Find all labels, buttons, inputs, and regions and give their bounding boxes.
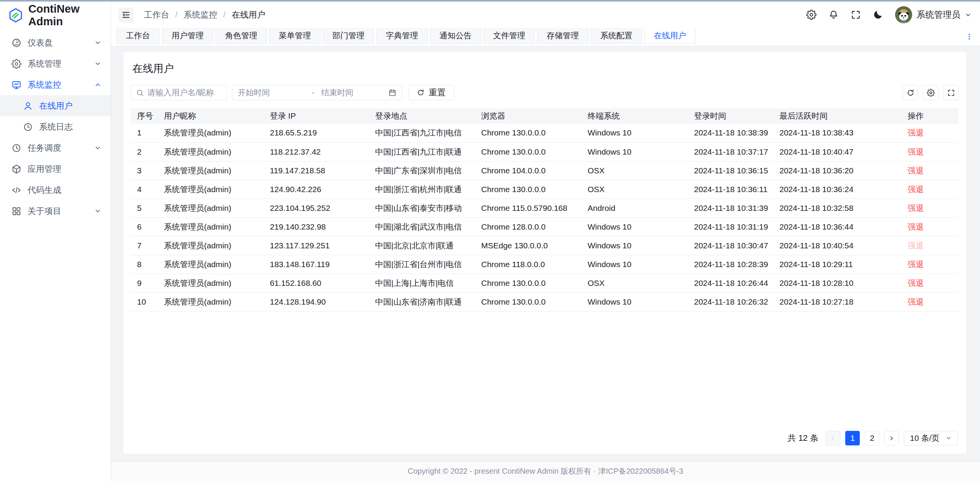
table-header-row: 序号 用户昵称 登录 IP 登录地点 浏览器 终端 (131, 108, 959, 124)
cell-index: 8 (131, 255, 158, 274)
cell-last-active-time: 2024-11-18 10:38:43 (773, 124, 902, 142)
fullscreen-icon (947, 89, 955, 97)
cell-login-time: 2024-11-18 10:30:47 (688, 236, 773, 255)
fullscreen-icon[interactable] (851, 10, 861, 20)
bell-icon[interactable] (828, 10, 839, 20)
sidebar-item-app-management[interactable]: 应用管理 (0, 158, 111, 179)
cell-nickname: 系统管理员(admin) (158, 161, 264, 180)
column-header: 操作 (902, 108, 959, 124)
force-logout-link[interactable]: 强退 (908, 260, 924, 269)
breadcrumb-item[interactable]: 工作台 (144, 9, 169, 21)
tab[interactable]: 通知公告 (430, 28, 481, 44)
sidebar-item-code-generation[interactable]: 代码生成 (0, 179, 111, 201)
date-range-separator: - (312, 88, 314, 97)
start-date-field[interactable]: 开始时间 (238, 87, 305, 98)
sidebar: ContiNew Admin 仪表盘 系统管理 系统监控 在线用户 (0, 2, 111, 481)
chevron-down-icon (94, 144, 101, 152)
history-icon (23, 122, 33, 132)
cell-ip: 219.140.232.98 (264, 217, 369, 236)
tab[interactable]: 文件管理 (483, 28, 535, 44)
tab[interactable]: 在线用户 (644, 28, 696, 44)
column-header: 最后活跃时间 (773, 108, 902, 124)
force-logout-link[interactable]: 强退 (908, 222, 924, 231)
force-logout-link[interactable]: 强退 (908, 128, 924, 137)
tab[interactable]: 存储管理 (537, 28, 588, 44)
force-logout-link[interactable]: 强退 (908, 147, 924, 156)
cell-login-time: 2024-11-18 10:37:17 (688, 142, 773, 161)
date-range-picker[interactable]: 开始时间 - 结束时间 (232, 85, 402, 100)
table-row: 8 系统管理员(admin) 183.148.167.119 中国|浙江省|台州… (131, 255, 959, 274)
chevron-down-icon (946, 435, 952, 441)
sidebar-item-system-monitor[interactable]: 系统监控 (0, 74, 111, 95)
cell-login-time: 2024-11-18 10:31:39 (688, 199, 773, 217)
sidebar-item-system-logs[interactable]: 系统日志 (0, 116, 111, 137)
table-fullscreen-button[interactable] (943, 85, 959, 100)
app-title: ContiNew Admin (28, 3, 111, 28)
force-logout-link[interactable]: 强退 (908, 166, 924, 175)
page-button-1[interactable]: 1 (845, 431, 860, 445)
table-row: 2 系统管理员(admin) 118.212.37.42 中国|江西省|九江市|… (131, 142, 959, 161)
breadcrumb-separator: / (224, 10, 226, 19)
prev-page-button[interactable] (826, 431, 840, 445)
column-header: 浏览器 (475, 108, 581, 124)
apps-grid-icon (11, 206, 21, 216)
column-settings-button[interactable] (923, 85, 938, 100)
tab[interactable]: 系统配置 (591, 28, 642, 44)
force-logout-link[interactable]: 强退 (908, 204, 924, 212)
table-row: 4 系统管理员(admin) 124.90.42.226 中国|浙江省|杭州市|… (131, 180, 959, 199)
page-size-select[interactable]: 10 条/页 (904, 431, 958, 445)
cell-os: OSX (581, 180, 688, 199)
page-button-2[interactable]: 2 (865, 431, 879, 445)
cell-last-active-time: 2024-11-18 10:36:24 (773, 180, 902, 199)
sidebar-menu: 仪表盘 系统管理 系统监控 在线用户 系统日志 (0, 29, 111, 222)
user-menu[interactable]: 系统管理员 (895, 6, 972, 23)
force-logout-link[interactable]: 强退 (908, 241, 924, 250)
sidebar-item-task-scheduler[interactable]: 任务调度 (0, 137, 111, 158)
sidebar-item-online-users[interactable]: 在线用户 (0, 95, 111, 116)
app-logo[interactable]: ContiNew Admin (0, 2, 111, 29)
cell-login-time: 2024-11-18 10:26:44 (688, 274, 773, 292)
tab[interactable]: 字典管理 (376, 28, 428, 44)
sidebar-item-about-project[interactable]: 关于项目 (0, 201, 111, 222)
tab[interactable]: 部门管理 (323, 28, 374, 44)
cell-login-time: 2024-11-18 10:36:11 (688, 180, 773, 199)
cell-os: OSX (581, 274, 688, 292)
tab[interactable]: 用户管理 (162, 28, 213, 44)
code-icon (11, 185, 21, 195)
next-page-button[interactable] (884, 431, 899, 445)
force-logout-link[interactable]: 强退 (908, 297, 924, 306)
search-icon (136, 89, 144, 97)
sidebar-item-dashboard[interactable]: 仪表盘 (0, 32, 111, 53)
cell-last-active-time: 2024-11-18 10:40:54 (773, 236, 902, 255)
tab-bar: 工作台 用户管理 角色管理 菜单管理 部门管理 字典管理 通知公告 文件管理 存… (111, 28, 980, 46)
cell-os: Windows 10 (581, 255, 688, 274)
cell-browser: Chrome 130.0.0.0 (475, 142, 581, 161)
force-logout-link[interactable]: 强退 (908, 279, 924, 287)
refresh-table-button[interactable] (903, 85, 918, 100)
tab[interactable]: 菜单管理 (269, 28, 320, 44)
search-input[interactable] (147, 88, 222, 97)
tab[interactable]: 工作台 (116, 28, 160, 44)
gear-icon (927, 89, 935, 97)
cell-index: 7 (131, 236, 158, 255)
end-date-field[interactable]: 结束时间 (321, 87, 388, 98)
force-logout-link[interactable]: 强退 (908, 185, 924, 194)
settings-icon[interactable] (806, 10, 817, 20)
sidebar-collapse-button[interactable] (119, 8, 133, 22)
pagination-total: 共 12 条 (787, 432, 818, 444)
sidebar-item-system-management[interactable]: 系统管理 (0, 53, 111, 74)
tab[interactable]: 角色管理 (216, 28, 267, 44)
calendar-icon (388, 88, 397, 97)
cell-ip: 123.117.129.251 (264, 236, 369, 255)
reset-button[interactable]: 重置 (408, 85, 454, 100)
cell-login-time: 2024-11-18 10:38:39 (688, 124, 773, 142)
cell-ip: 223.104.195.252 (264, 199, 369, 217)
breadcrumb-item[interactable]: 系统监控 (184, 9, 217, 21)
tab-actions-menu-icon[interactable] (965, 33, 973, 41)
breadcrumb-separator: / (175, 10, 178, 19)
dark-mode-moon-icon[interactable] (873, 10, 883, 20)
cell-ip: 218.65.5.219 (264, 124, 369, 142)
cell-ip: 124.128.194.90 (264, 292, 369, 311)
table-row: 3 系统管理员(admin) 119.147.218.58 中国|广东省|深圳市… (131, 161, 959, 180)
table-toolbar (903, 85, 959, 100)
